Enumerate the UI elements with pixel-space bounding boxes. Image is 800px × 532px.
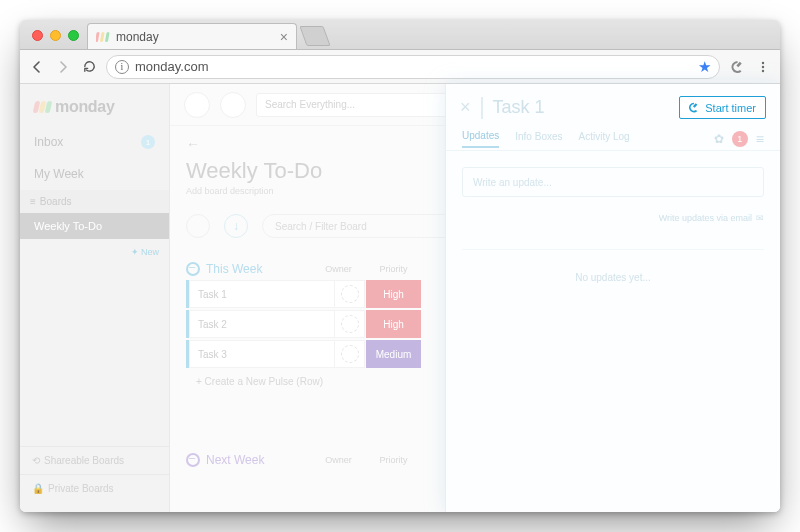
col-priority: Priority [366, 455, 421, 465]
favicon-icon [96, 30, 110, 44]
browser-toolbar: i monday.com ★ [20, 50, 780, 84]
record-icon[interactable] [186, 214, 210, 238]
tab-infoboxes[interactable]: Info Boxes [515, 131, 562, 147]
url-text: monday.com [135, 59, 208, 74]
brand-name: monday [55, 98, 115, 116]
tab-activitylog[interactable]: Activity Log [579, 131, 630, 147]
minimize-window-icon[interactable] [50, 30, 61, 41]
new-tab-button[interactable] [299, 26, 330, 46]
svg-point-5 [762, 69, 764, 71]
priority-cell[interactable]: High [366, 280, 421, 308]
col-owner: Owner [311, 455, 366, 465]
mail-icon: ✉ [756, 213, 764, 223]
chat-icon[interactable] [310, 286, 326, 302]
sidebar-item-myweek[interactable]: My Week [20, 158, 169, 190]
task-title[interactable]: Task 1 [493, 97, 545, 118]
group-header[interactable]: This Week Owner Priority [186, 262, 421, 280]
priority-cell[interactable]: High [366, 310, 421, 338]
priority-cell[interactable]: Medium [366, 340, 421, 368]
svg-rect-1 [100, 32, 105, 42]
clockify-icon [687, 101, 700, 114]
table-row[interactable]: Task 3 Medium [186, 340, 421, 368]
sidebar-item-inbox[interactable]: Inbox 1 [20, 126, 169, 158]
sidebar-shareable-boards[interactable]: ⟲ Shareable Boards [20, 447, 169, 474]
reload-icon[interactable] [80, 58, 98, 76]
nav-forward-icon [54, 58, 72, 76]
empty-state: No updates yet... [462, 249, 764, 283]
sidebar-label: My Week [34, 167, 84, 181]
col-priority: Priority [366, 264, 421, 274]
sidebar-label: Inbox [34, 135, 63, 149]
tab-updates[interactable]: Updates [462, 130, 499, 148]
separator [481, 97, 483, 119]
owner-cell[interactable] [335, 340, 365, 368]
group-header[interactable]: Next Week Owner Priority [186, 453, 421, 471]
add-row-button[interactable]: + Create a New Pulse (Row) [186, 370, 421, 393]
update-placeholder: Write an update... [473, 177, 552, 188]
svg-rect-0 [96, 32, 100, 42]
browser-window: monday × i monday.com ★ monday [20, 20, 780, 512]
sidebar: monday Inbox 1 My Week Boards Weekly To-… [20, 84, 170, 512]
site-info-icon[interactable]: i [115, 60, 129, 74]
col-owner: Owner [311, 264, 366, 274]
invite-icon[interactable] [220, 92, 246, 118]
address-bar[interactable]: i monday.com ★ [106, 55, 720, 79]
owner-cell[interactable] [335, 310, 365, 338]
table-row[interactable]: Task 2 High [186, 310, 421, 338]
svg-rect-2 [105, 32, 110, 42]
zoom-window-icon[interactable] [68, 30, 79, 41]
start-timer-button[interactable]: Start timer [679, 96, 766, 119]
panel-tabs: Updates Info Boxes Activity Log ✿ 1 ≡ [446, 127, 780, 151]
chat-icon[interactable] [310, 316, 326, 332]
sidebar-section-boards: Boards [20, 190, 169, 213]
group-this-week: This Week Owner Priority Task 1 High [186, 262, 421, 393]
global-search-input[interactable]: Search Everything... 🔍 [256, 93, 476, 117]
chat-icon[interactable] [310, 346, 326, 362]
group-next-week: Next Week Owner Priority [186, 453, 421, 471]
sidebar-private-boards[interactable]: 🔒 Private Boards [20, 475, 169, 502]
download-icon[interactable]: ↓ [224, 214, 248, 238]
owner-cell[interactable] [335, 280, 365, 308]
logo-icon [34, 101, 51, 113]
update-input[interactable]: Write an update... [462, 167, 764, 197]
inbox-badge: 1 [141, 135, 155, 149]
notification-badge: 1 [732, 131, 748, 147]
browser-tabbar: monday × [20, 20, 780, 50]
gear-icon[interactable]: ✿ [714, 132, 724, 146]
via-email-link[interactable]: Write updates via email ✉ [446, 213, 780, 223]
browser-menu-icon[interactable] [754, 58, 772, 76]
table-row[interactable]: Task 1 High [186, 280, 421, 308]
sidebar-board-selected[interactable]: Weekly To-Do [20, 213, 169, 239]
nav-back-icon[interactable] [28, 58, 46, 76]
clockify-extension-icon[interactable] [728, 58, 746, 76]
collapse-icon[interactable] [186, 262, 200, 276]
svg-point-4 [762, 65, 764, 67]
task-panel: × Task 1 Start timer Updates Info Boxes … [445, 84, 780, 512]
close-tab-icon[interactable]: × [280, 29, 288, 45]
bookmark-star-icon[interactable]: ★ [698, 58, 711, 76]
tab-title: monday [116, 30, 159, 44]
close-panel-icon[interactable]: × [460, 97, 471, 118]
search-placeholder: Search Everything... [265, 99, 355, 110]
brand-logo[interactable]: monday [20, 84, 169, 126]
browser-tab[interactable]: monday × [87, 23, 297, 49]
page-content: monday Inbox 1 My Week Boards Weekly To-… [20, 84, 780, 512]
menu-icon[interactable]: ≡ [756, 131, 764, 147]
board-title[interactable]: Weekly To-Do [186, 158, 322, 184]
new-board-button[interactable]: ✦ New [121, 245, 169, 259]
collapse-icon[interactable] [186, 453, 200, 467]
notifications-icon[interactable] [184, 92, 210, 118]
window-controls [32, 30, 79, 41]
svg-point-3 [762, 61, 764, 63]
close-window-icon[interactable] [32, 30, 43, 41]
